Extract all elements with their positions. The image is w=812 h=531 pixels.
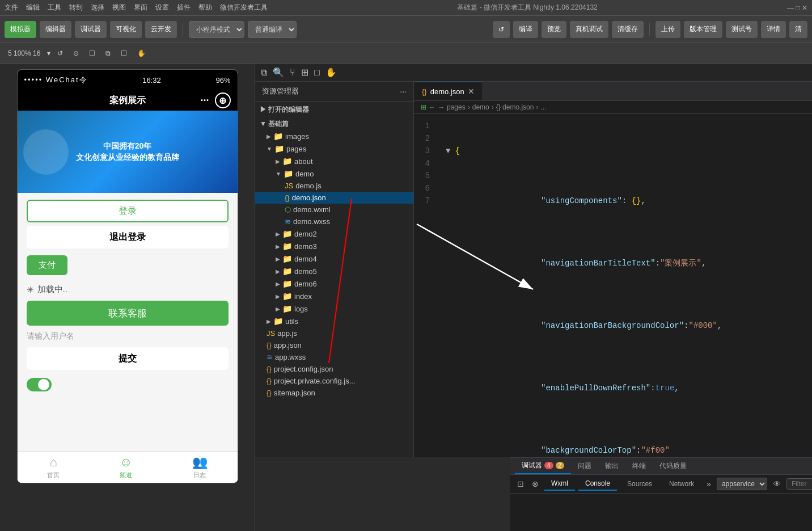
bottom-tab-quality[interactable]: 代码质量 — [653, 458, 693, 474]
more-icon[interactable]: ··· — [400, 87, 407, 96]
tree-demo3[interactable]: ▶ 📁 demo3 — [255, 240, 413, 252]
tb2-icon2[interactable]: ⊙ — [70, 48, 82, 58]
console-ban-icon[interactable]: ⊗ — [530, 478, 541, 490]
panel-console[interactable]: Console — [578, 477, 617, 491]
tree-demo2[interactable]: ▶ 📁 demo2 — [255, 227, 413, 240]
tree-logs[interactable]: ▶ 📁 logs — [255, 302, 413, 315]
hand-icon[interactable]: ✋ — [324, 66, 338, 79]
tree-demo6[interactable]: ▶ 📁 demo6 — [255, 277, 413, 290]
phone-nav-dots[interactable]: ··· — [200, 95, 209, 107]
phone-toggle-switch[interactable] — [27, 378, 52, 391]
phone-username-input[interactable]: 请输入用户名 — [27, 330, 229, 343]
real-debug-button[interactable]: 真机调试 — [570, 21, 608, 38]
split-icon[interactable]: ⊞ — [300, 66, 310, 79]
tree-project-config[interactable]: {} project.config.json — [255, 363, 413, 375]
panel-sources[interactable]: Sources — [620, 478, 659, 490]
tree-demo[interactable]: ▼ 📁 demo — [255, 167, 413, 180]
bottom-tab-debugger[interactable]: 调试器 4 2 — [515, 458, 571, 474]
tb2-icon6[interactable]: ✋ — [134, 48, 149, 58]
more-panels-icon[interactable]: » — [704, 478, 713, 490]
search-icon[interactable]: 🔍 — [272, 66, 285, 79]
tree-demo-wxss[interactable]: ≋ demo.wxss — [255, 216, 413, 227]
panel-wxml[interactable]: Wxml — [544, 477, 575, 491]
tree-pages[interactable]: ▼ 📁 pages — [255, 142, 413, 155]
tb2-icon3[interactable]: ☐ — [86, 48, 99, 58]
preview-button[interactable]: 预览 — [542, 21, 566, 38]
console-filter-input[interactable] — [786, 478, 812, 490]
menu-help[interactable]: 帮助 — [198, 3, 212, 12]
tree-app-json[interactable]: {} app.json — [255, 339, 413, 351]
menu-interface[interactable]: 界面 — [134, 3, 147, 12]
clear-button[interactable]: 清 — [789, 21, 807, 38]
phone-service-button[interactable]: 联系客服 — [27, 301, 229, 326]
compile-select[interactable]: 普通编译 — [248, 21, 297, 38]
tab-demo-json[interactable]: {} demo.json ✕ — [414, 82, 483, 100]
window-controls[interactable]: — □ ✕ — [787, 4, 807, 12]
simulator-button[interactable]: 模拟器 — [5, 21, 36, 38]
tree-demo4[interactable]: ▶ 📁 demo4 — [255, 252, 413, 265]
clear-cache-button[interactable]: 清缓存 — [612, 21, 644, 38]
tree-images[interactable]: ▶ 📁 images — [255, 130, 413, 142]
code-content[interactable]: ▼ { "usingComponents": {}, "navigationBa… — [437, 114, 812, 457]
console-eye-icon[interactable]: 👁 — [771, 478, 783, 490]
tree-project-private[interactable]: {} project.private.config.js... — [255, 375, 413, 387]
menu-view[interactable]: 视图 — [112, 3, 126, 12]
tree-demo-json[interactable]: {} demo.json — [255, 192, 413, 204]
bottom-tab-terminal[interactable]: 终端 — [625, 458, 653, 474]
window-icon[interactable]: □ — [313, 66, 321, 79]
explorer-icons[interactable]: ··· — [400, 87, 407, 96]
phone-nav-circle[interactable]: ⊕ — [215, 92, 231, 108]
copy-icon[interactable]: ⧉ — [260, 66, 268, 79]
editor-button[interactable]: 编辑器 — [40, 21, 71, 38]
phone-nav-home[interactable]: ⌂ 首页 — [47, 455, 60, 479]
upload-button[interactable]: 上传 — [655, 21, 680, 38]
bottom-tab-output[interactable]: 输出 — [598, 458, 625, 474]
tab-close-icon[interactable]: ✕ — [468, 87, 475, 96]
zoom-dropdown-icon[interactable]: ▾ — [47, 49, 50, 57]
tree-app-wxss[interactable]: ≋ app.wxss — [255, 351, 413, 363]
mode-select[interactable]: 小程序模式 — [189, 21, 244, 38]
tree-index[interactable]: ▶ 📁 index — [255, 290, 413, 302]
tree-demo-wxml[interactable]: ⬡ demo.wxml — [255, 204, 413, 216]
phone-pay-button[interactable]: 支付 — [27, 255, 67, 275]
visualize-button[interactable]: 可视化 — [110, 21, 142, 38]
refresh-button[interactable]: ↺ — [493, 21, 510, 38]
console-cursor-icon[interactable]: ⊡ — [515, 478, 526, 490]
phone-logout-button[interactable]: 退出登录 — [27, 226, 229, 248]
phone-login-button[interactable]: 登录 — [27, 200, 229, 222]
branch-icon[interactable]: ⑂ — [289, 66, 297, 79]
tb2-icon4[interactable]: ⧉ — [102, 48, 114, 58]
menu-tools[interactable]: 工具 — [48, 3, 61, 12]
phone-nav-log[interactable]: 👥 日志 — [192, 455, 208, 479]
menu-file[interactable]: 文件 — [5, 3, 18, 12]
version-button[interactable]: 版本管理 — [684, 21, 722, 38]
phone-submit-button[interactable]: 提交 — [27, 347, 229, 370]
breadcrumb-back-icon[interactable]: ← — [429, 103, 435, 111]
breadcrumb-forward-icon[interactable]: → — [438, 103, 445, 111]
panel-network[interactable]: Network — [662, 478, 701, 490]
tree-app-js[interactable]: JS app.js — [255, 327, 413, 339]
tree-demo-js[interactable]: JS demo.js — [255, 180, 413, 192]
menu-settings[interactable]: 设置 — [155, 3, 169, 12]
menu-plugins[interactable]: 插件 — [177, 3, 191, 12]
compile-button[interactable]: 编译 — [513, 21, 538, 38]
detail-button[interactable]: 详情 — [761, 21, 786, 38]
menu-wechat-tools[interactable]: 微信开发者工具 — [220, 3, 268, 12]
tree-utils[interactable]: ▶ 📁 utils — [255, 315, 413, 327]
tree-about[interactable]: ▶ 📁 about — [255, 155, 413, 167]
simulator-panel: ••••• WeChat令 16:32 96% 案例展示 ··· ⊕ 中国拥有2… — [0, 64, 255, 531]
phone-nav-news[interactable]: ☺ 频道 — [120, 455, 132, 479]
test-button[interactable]: 测试号 — [726, 21, 758, 38]
menu-select[interactable]: 选择 — [91, 3, 104, 12]
tree-demo5[interactable]: ▶ 📁 demo5 — [255, 265, 413, 277]
tb2-icon1[interactable]: ↺ — [54, 48, 66, 58]
menu-edit[interactable]: 编辑 — [26, 3, 40, 12]
menu-bar[interactable]: 文件 编辑 工具 转到 选择 视图 界面 设置 插件 帮助 微信开发者工具 — [5, 3, 268, 12]
bottom-tab-issues[interactable]: 问题 — [571, 458, 598, 474]
cloud-button[interactable]: 云开发 — [145, 21, 177, 38]
console-context-select[interactable]: appservice — [717, 478, 767, 490]
menu-goto[interactable]: 转到 — [69, 3, 83, 12]
tree-sitemap[interactable]: {} sitemap.json — [255, 387, 413, 399]
tb2-icon5[interactable]: ☐ — [117, 48, 130, 58]
debugger-button[interactable]: 调试器 — [75, 21, 107, 38]
